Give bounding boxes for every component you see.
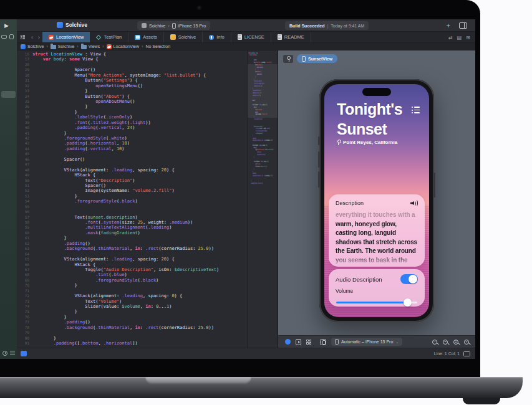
audio-card: Audio Description Volume — [329, 269, 425, 307]
navigator-item[interactable] — [1, 91, 16, 98]
description-title: Description — [336, 200, 364, 206]
pushpin-icon[interactable] — [283, 55, 293, 63]
iphone-icon — [335, 339, 339, 345]
volume-label: Volume — [336, 288, 418, 294]
breadcrumb-item-views[interactable]: Views — [81, 44, 100, 49]
tab-overview-icon[interactable] — [21, 35, 25, 39]
marketing-scene: ▶ Solchive Solchive › — [0, 0, 532, 405]
sunset-title: Tonight's Sunset — [337, 99, 402, 139]
chevron-right-icon: › — [46, 44, 47, 49]
breadcrumb-item-solchive[interactable]: Solchive — [51, 44, 74, 49]
tab-info[interactable]: Info — [203, 32, 231, 42]
add-editor-icon[interactable]: ⊞ — [466, 35, 470, 40]
tab-label: README — [284, 34, 304, 40]
live-preview-icon[interactable] — [285, 339, 291, 345]
breadcrumb-item-no-selection[interactable]: No Selection — [145, 44, 170, 49]
list-bullet-icon[interactable] — [412, 107, 420, 115]
tab-bar: ‹ › LocationViewTestPlanAssetsSolchiveIn… — [17, 32, 475, 43]
ic-doc-icon — [278, 34, 282, 40]
forward-icon[interactable]: › — [38, 34, 40, 40]
tab-assets[interactable]: Assets — [128, 32, 164, 42]
tab-locationview[interactable]: LocationView — [42, 32, 90, 42]
inspector-toggle-icon[interactable] — [459, 22, 467, 29]
tab-readme[interactable]: README — [271, 32, 311, 42]
swap-editors-icon[interactable]: ⇄ — [448, 35, 453, 40]
scheme-app-icon — [142, 23, 147, 28]
navigator-strip: ▶ — [0, 19, 17, 359]
ic-proj-icon — [21, 44, 26, 49]
minimap[interactable]: struct LocationView : View { var body: s… — [247, 50, 278, 348]
ic-assets-icon — [135, 35, 140, 40]
breadcrumb-label: Solchive — [58, 44, 74, 49]
mute-switch — [318, 136, 320, 145]
location-pin-icon — [337, 140, 340, 145]
display-icon[interactable] — [463, 351, 470, 356]
volume-slider[interactable] — [336, 298, 418, 307]
breakpoints-toggle[interactable] — [21, 351, 27, 356]
volume-up-button — [318, 151, 320, 168]
device-picker-label: Automatic – iPhone 15 Pro — [341, 340, 393, 344]
breadcrumb-label: LocationView — [114, 44, 140, 49]
build-time: Today at 9:41 AM — [331, 24, 364, 28]
speaker-icon — [410, 201, 418, 206]
chevron-down-icon: ⌄ — [395, 340, 399, 344]
zoom-actual-size-icon[interactable]: = — [443, 340, 448, 345]
iphone-preview: Tonight's Sunset Poi — [319, 79, 434, 322]
preview-view-pill[interactable]: SunsetView — [297, 54, 337, 63]
zoom-to-fit-icon[interactable]: 1 — [453, 340, 458, 345]
tab-testplan[interactable]: TestPlan — [90, 32, 128, 42]
macbook-deck — [0, 377, 523, 398]
scheme-project[interactable]: Solchive — [149, 24, 165, 28]
variants-grid-icon[interactable] — [306, 340, 311, 345]
filter-list-icon[interactable] — [10, 351, 15, 355]
status-bar: Line: 1 Col: 1 — [17, 348, 475, 359]
project-title: Solchive — [65, 22, 87, 28]
main-area: 1617282930313233343536373839404142434445… — [17, 50, 475, 348]
add-button[interactable]: + — [447, 21, 450, 30]
breadcrumb-item-locationview[interactable]: LocationView — [107, 44, 140, 49]
minimap-content: struct LocationView : View { var body: s… — [248, 52, 277, 184]
ic-info-icon — [209, 35, 214, 40]
preview-canvas: SunsetView Tonight's — [278, 50, 475, 348]
tab-license[interactable]: LICENSE — [231, 32, 271, 42]
scheme-device[interactable]: iPhone 15 Pro — [178, 24, 206, 28]
recent-files-icon[interactable] — [2, 351, 7, 356]
preview-document-icon[interactable] — [296, 339, 301, 345]
toolbar-organizer-icon[interactable] — [9, 34, 14, 39]
separator: | — [327, 24, 328, 28]
project-title-group: Solchive — [57, 22, 87, 28]
code-editor[interactable]: 1617282930313233343536373839404142434445… — [17, 50, 278, 348]
cursor-position: Line: 1 Col: 1 — [434, 351, 460, 356]
zoom-in-icon[interactable]: + — [464, 340, 469, 345]
activity-view[interactable]: Build Succeeded | Today at 9:41 AM — [285, 21, 369, 30]
ic-swift-icon — [107, 44, 112, 49]
chevron-right-icon: › — [168, 24, 169, 28]
preview-view-name: SunsetView — [308, 57, 332, 61]
device-picker[interactable]: Automatic – iPhone 15 Pro ⌄ — [331, 338, 402, 346]
device-settings-icon[interactable] — [320, 339, 326, 345]
tab-label: LICENSE — [244, 34, 264, 40]
back-icon[interactable]: ‹ — [31, 34, 33, 40]
scheme-selector[interactable]: Solchive › iPhone 15 Pro — [137, 21, 210, 30]
device-icon — [302, 56, 306, 62]
run-button[interactable]: ▶ — [4, 22, 9, 29]
lid-lift-notch — [145, 377, 251, 384]
tab-label: Solchive — [178, 34, 196, 40]
tab-strip: LocationViewTestPlanAssetsSolchiveInfoLI… — [42, 32, 311, 42]
tab-solchive[interactable]: Solchive — [164, 32, 203, 42]
breadcrumb-item-solchive[interactable]: Solchive — [21, 44, 44, 49]
toolbar-device-icon[interactable] — [1, 35, 7, 39]
audio-description-toggle[interactable] — [400, 274, 418, 284]
chevron-right-icon: › — [77, 44, 78, 49]
project-app-icon — [57, 22, 63, 28]
chevron-right-icon: › — [142, 44, 143, 49]
tab-label: TestPlan — [104, 34, 122, 40]
zoom-out-icon[interactable]: – — [432, 340, 437, 345]
build-status: Build Succeeded — [289, 24, 324, 28]
ic-folder-icon — [81, 45, 87, 49]
preview-toolbar: Automatic – iPhone 15 Pro ⌄ –=1+ — [278, 335, 475, 348]
breadcrumb-label: Solchive — [27, 44, 44, 49]
ic-test-icon — [96, 34, 101, 39]
window-content: Solchive Solchive › iPhone 15 Pro Build … — [17, 19, 475, 359]
editor-options-icon[interactable]: ▤ — [457, 35, 462, 40]
